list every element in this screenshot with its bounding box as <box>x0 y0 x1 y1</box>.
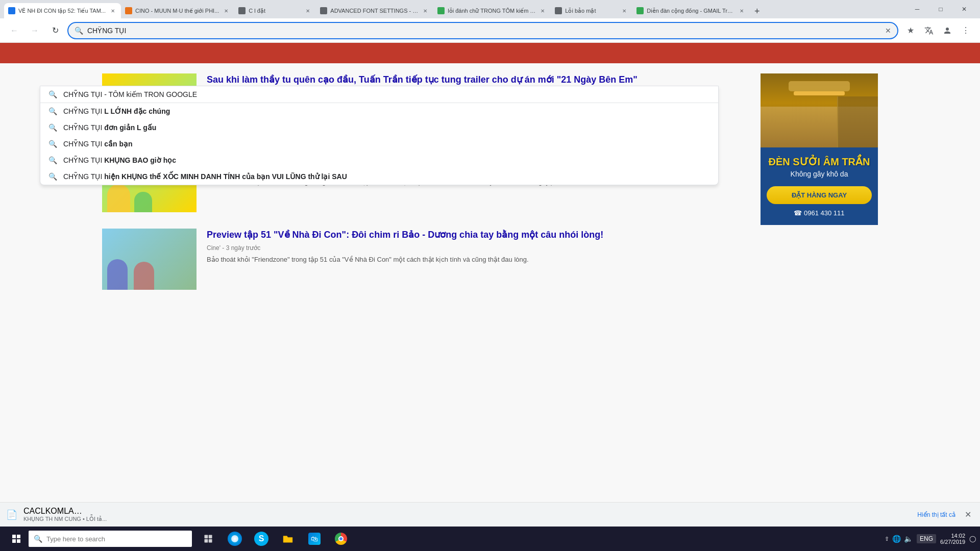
tab-6-close[interactable]: ✕ <box>620 7 628 15</box>
back-button[interactable]: ← <box>6 22 22 39</box>
article-3-info: Preview tập 51 "Về Nhà Đi Con": Đôi chim… <box>207 229 748 265</box>
tab-5-close[interactable]: ✕ <box>538 7 547 15</box>
chrome-browser: VỀ NH Đl CON tập 52: Tiểu TAM... ✕ CINO … <box>0 0 980 551</box>
clear-address-icon[interactable]: ✕ <box>885 27 891 35</box>
address-search-icon: 🔍 <box>75 27 83 35</box>
article-1-title[interactable]: Sau khi làm thầy tu quên cạo đầu, Tuấn T… <box>207 73 748 86</box>
article-item-3: Preview tập 51 "Về Nhà Đi Con": Đôi chim… <box>102 229 748 290</box>
store-button[interactable]: 🛍 <box>302 527 327 551</box>
close-button[interactable]: ✕ <box>952 0 976 18</box>
title-bar: VỀ NH Đl CON tập 52: Tiểu TAM... ✕ CINO … <box>0 0 980 18</box>
ad-title: ĐÈN SƯỞI ÂM TRẦN <box>767 156 872 168</box>
tab-6[interactable]: Lỗi bảo mật ✕ <box>551 3 632 18</box>
tab-4-favicon <box>320 7 327 14</box>
tab-3-close[interactable]: ✕ <box>304 7 312 15</box>
ad-subtitle: Không gây khô da <box>767 170 872 178</box>
forward-button[interactable]: → <box>27 22 43 39</box>
ad-phone: ☎ 0961 430 111 <box>767 209 872 217</box>
file-explorer-button[interactable] <box>276 527 300 551</box>
dropdown-search-icon: 🔍 <box>48 90 57 98</box>
tab-3-favicon <box>238 7 246 14</box>
website-navbar <box>0 43 980 63</box>
volume-icon[interactable]: 🔈 <box>904 535 913 543</box>
download-status: KHỤNG TH NM CUNG • LỖI tả... <box>23 516 107 522</box>
ad-order-button[interactable]: ĐẶT HÀNG NGAY <box>767 186 872 204</box>
download-file-icon: 📄 <box>6 509 17 520</box>
notification-center-button[interactable]: ◯ <box>969 535 976 542</box>
search-dropdown: 🔍 CHỸNG TỤI - TÔM kiếm TRON GOOGLE 🔍 CHỸ… <box>40 86 719 185</box>
tab-1[interactable]: VỀ NH Đl CON tập 52: Tiểu TAM... ✕ <box>4 3 121 18</box>
suggestion-2[interactable]: 🔍 CHỸNG TỤI đơn giản L gấu <box>40 119 718 136</box>
show-all-downloads-button[interactable]: Hiển thị tất cả <box>917 511 955 518</box>
download-bar: 📄 CACLKOMLALCC...C... KHỤNG TH NM CUNG •… <box>0 502 980 527</box>
search-dropdown-header[interactable]: 🔍 CHỸNG TỤI - TÔM kiếm TRON GOOGLE <box>40 86 718 103</box>
chrome-taskbar-button[interactable] <box>329 527 353 551</box>
tab-7-label: Diễn đàn cộng đồng - GMAIL Trợ c... <box>647 8 734 14</box>
svg-rect-7 <box>209 539 212 543</box>
tab-4[interactable]: ADVANCED FONT SETTINGS - C... ✕ <box>316 3 433 18</box>
new-tab-button[interactable]: + <box>750 4 764 18</box>
svg-rect-3 <box>17 539 20 543</box>
taskbar-apps: S 🛍 <box>196 527 353 551</box>
maximize-button[interactable]: □ <box>929 0 952 18</box>
taskbar-search-placeholder: Type here to search <box>46 535 105 543</box>
tab-4-close[interactable]: ✕ <box>421 7 429 15</box>
taskbar-search[interactable]: 🔍 Type here to search <box>29 531 192 547</box>
minimize-button[interactable]: ─ <box>905 0 929 18</box>
clock-time: 14:02 <box>951 533 965 539</box>
suggestion-5-text: CHỸNG TỤI hiện KHỤNG thế XỐC MINH DANH T… <box>63 172 347 181</box>
menu-icon[interactable]: ⋮ <box>958 22 974 39</box>
suggestion-3[interactable]: 🔍 CHỸNG TỤI cần bạn <box>40 136 718 152</box>
article-3-thumbnail <box>102 229 197 290</box>
translate-icon[interactable] <box>921 22 937 39</box>
tab-7[interactable]: Diễn đàn cộng đồng - GMAIL Trợ c... ✕ <box>632 3 750 18</box>
suggestion-4-icon: 🔍 <box>48 156 57 164</box>
tab-5-label: lỗi đánh chữ TRONG TÔM kiểm T... <box>448 8 535 14</box>
toolbar-right: ★ ⋮ <box>902 22 974 39</box>
download-filename: CACLKOMLALCC...C... <box>23 507 85 516</box>
suggestion-4[interactable]: 🔍 CHỸNG TỤI KHỤNG BAO giờ học <box>40 152 718 168</box>
language-button[interactable]: ENG <box>917 534 936 543</box>
skype-button[interactable]: S <box>249 527 274 551</box>
address-bar[interactable]: 🔍 ✕ <box>67 22 898 39</box>
tab-3[interactable]: C l đặt ✕ <box>234 3 316 18</box>
tab-3-label: C l đặt <box>249 8 301 14</box>
svg-rect-0 <box>12 535 16 538</box>
cortana-button[interactable] <box>223 527 247 551</box>
article-3-title[interactable]: Preview tập 51 "Về Nhà Đi Con": Đôi chim… <box>207 229 748 241</box>
search-dropdown-query: CHỸNG TỤI - TÔM kiếm TRON GOOGLE <box>63 90 197 98</box>
suggestion-5[interactable]: 🔍 CHỸNG TỤI hiện KHỤNG thế XỐC MINH DANH… <box>40 168 718 185</box>
tab-7-close[interactable]: ✕ <box>738 7 746 15</box>
tab-2-close[interactable]: ✕ <box>222 7 230 15</box>
address-input[interactable] <box>87 27 881 35</box>
user-icon[interactable] <box>939 22 955 39</box>
toolbar: ← → ↻ 🔍 ✕ ★ ⋮ <box>0 18 980 43</box>
tab-1-close[interactable]: ✕ <box>109 7 117 15</box>
tab-6-label: Lỗi bảo mật <box>565 8 617 14</box>
clock-date: 6/27/2019 <box>940 539 965 545</box>
ad-banner: ĐÈN SƯỞI ÂM TRẦN Không gây khô da ĐẶT HÀ… <box>761 73 878 225</box>
suggestion-1-text: CHỸNG TỤI L LỚNH đặc chúng <box>63 107 170 115</box>
tab-4-label: ADVANCED FONT SETTINGS - C... <box>330 8 418 14</box>
start-button[interactable] <box>4 527 29 551</box>
system-clock[interactable]: 14:02 6/27/2019 <box>940 533 965 545</box>
task-view-button[interactable] <box>196 527 220 551</box>
browser-content: Sau khi làm thầy tu quên cạo đầu, Tuấn T… <box>0 43 980 551</box>
suggestion-1-icon: 🔍 <box>48 107 57 115</box>
svg-rect-2 <box>12 539 16 543</box>
close-download-bar-button[interactable]: ✕ <box>962 509 974 521</box>
download-item: CACLKOMLALCC...C... KHỤNG TH NM CUNG • L… <box>23 507 107 522</box>
network-icon[interactable]: 🌐 <box>892 535 901 543</box>
suggestion-4-text: CHỸNG TỤI KHỤNG BAO giờ học <box>63 156 176 164</box>
tab-2[interactable]: CINO - MUUN M·U thế giới PHI... ✕ <box>121 3 234 18</box>
taskbar-search-icon: 🔍 <box>34 535 42 543</box>
suggestion-5-icon: 🔍 <box>48 172 57 181</box>
tab-5[interactable]: lỗi đánh chữ TRONG TÔM kiểm T... ✕ <box>433 3 551 18</box>
show-hidden-icons-button[interactable]: ⇧ <box>885 536 889 542</box>
suggestion-1[interactable]: 🔍 CHỸNG TỤI L LỚNH đặc chúng <box>40 103 718 119</box>
suggestion-2-text: CHỸNG TỤI đơn giản L gấu <box>63 123 156 132</box>
tab-7-favicon <box>636 7 644 14</box>
bookmarks-icon[interactable]: ★ <box>902 22 919 39</box>
reload-button[interactable]: ↻ <box>47 22 63 39</box>
tab-2-favicon <box>125 7 132 14</box>
